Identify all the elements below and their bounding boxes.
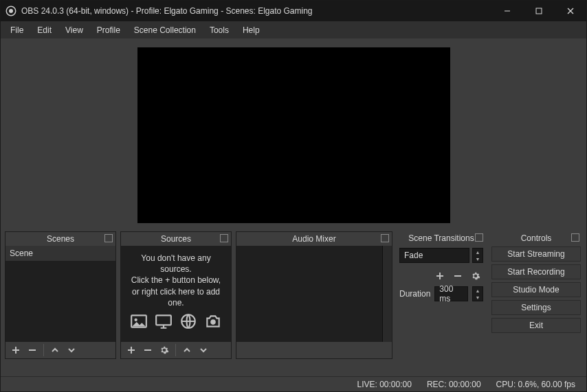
chevron-down-icon: ▼ — [473, 255, 483, 262]
popout-icon[interactable] — [381, 234, 389, 242]
maximize-button[interactable] — [523, 1, 555, 21]
sources-toolbar — [121, 342, 231, 358]
popout-icon[interactable] — [104, 234, 113, 242]
add-transition-button[interactable] — [432, 268, 447, 284]
duration-stepper[interactable]: ▲▼ — [472, 286, 483, 301]
menubar: File Edit View Profile Scene Collection … — [1, 21, 586, 38]
scenes-list[interactable]: Scene — [5, 246, 115, 342]
menu-edit[interactable]: Edit — [30, 23, 58, 38]
close-button[interactable] — [555, 1, 586, 21]
duration-input[interactable]: 300 ms — [434, 286, 468, 301]
camera-icon — [203, 312, 223, 333]
settings-button[interactable]: Settings — [491, 300, 581, 315]
panel-audio-mixer: Audio Mixer — [236, 231, 392, 359]
panel-transitions: Scene Transitions Fade ▲▼ Duration 300 m… — [397, 231, 486, 359]
sources-hint-icons — [126, 312, 225, 333]
transition-select-row: Fade ▲▼ — [397, 245, 486, 266]
add-source-button[interactable] — [124, 343, 139, 358]
status-cpu: CPU: 0.6%, 60.00 fps — [496, 380, 575, 389]
controls-column: Start Streaming Start Recording Studio M… — [490, 245, 582, 334]
panel-transitions-title: Scene Transitions — [408, 233, 474, 243]
chevron-up-icon: ▲ — [473, 287, 483, 294]
mixer-body[interactable] — [236, 246, 392, 342]
transition-select-stepper[interactable]: ▲▼ — [472, 248, 483, 263]
start-streaming-button[interactable]: Start Streaming — [491, 246, 581, 262]
scenes-toolbar — [5, 342, 115, 358]
menu-profile[interactable]: Profile — [90, 23, 127, 38]
move-source-down-button[interactable] — [196, 343, 211, 358]
move-scene-down-button[interactable] — [64, 343, 79, 358]
svg-point-7 — [135, 319, 137, 321]
start-recording-button[interactable]: Start Recording — [491, 264, 581, 279]
menu-scene-collection[interactable]: Scene Collection — [127, 23, 203, 38]
transition-buttons — [397, 266, 486, 286]
transition-properties-button[interactable] — [468, 268, 483, 284]
sources-empty-hint: You don't have any sources. Click the + … — [121, 246, 231, 333]
menu-view[interactable]: View — [58, 23, 90, 38]
popout-icon[interactable] — [571, 233, 579, 242]
transition-selected-value: Fade — [404, 251, 423, 260]
duration-value: 300 ms — [439, 284, 463, 303]
svg-point-10 — [210, 319, 216, 325]
minimize-button[interactable] — [491, 1, 523, 21]
popout-icon[interactable] — [220, 234, 228, 242]
panels-row: Scenes Scene Sources You don't have any … — [1, 227, 586, 359]
svg-rect-3 — [536, 8, 542, 14]
sources-empty-l2: Click the + button below, — [126, 275, 225, 286]
popout-icon[interactable] — [475, 233, 483, 242]
transition-select[interactable]: Fade — [399, 248, 469, 263]
remove-source-button[interactable] — [140, 343, 155, 358]
panel-scenes-header[interactable]: Scenes — [5, 232, 115, 246]
preview-area — [1, 38, 586, 227]
globe-icon — [179, 312, 198, 333]
menu-tools[interactable]: Tools — [203, 23, 236, 38]
chevron-up-icon: ▲ — [473, 249, 483, 255]
remove-transition-button[interactable] — [450, 268, 465, 284]
panel-sources-header[interactable]: Sources — [121, 232, 231, 246]
menu-file[interactable]: File — [3, 23, 30, 38]
app-icon — [5, 5, 17, 17]
panel-transitions-header[interactable]: Scene Transitions — [397, 231, 486, 245]
svg-point-1 — [9, 9, 13, 13]
panel-controls-header[interactable]: Controls — [490, 231, 582, 245]
display-icon — [154, 312, 173, 333]
panel-scenes: Scenes Scene — [5, 231, 116, 359]
duration-label: Duration — [399, 289, 430, 299]
menu-help[interactable]: Help — [236, 23, 267, 38]
spacer — [1, 359, 586, 376]
panel-mixer-header[interactable]: Audio Mixer — [236, 232, 392, 246]
status-rec: REC: 00:00:00 — [427, 380, 481, 389]
panel-sources-title: Sources — [161, 234, 191, 244]
sources-empty-l3: or right click here to add one. — [126, 286, 225, 308]
panel-controls-title: Controls — [521, 233, 552, 243]
chevron-down-icon: ▼ — [473, 294, 483, 301]
preview-canvas[interactable] — [137, 47, 450, 223]
panel-controls: Controls Start Streaming Start Recording… — [490, 231, 582, 359]
window-title: OBS 24.0.3 (64-bit, windows) - Profile: … — [21, 6, 491, 16]
move-source-up-button[interactable] — [179, 343, 195, 358]
studio-mode-button[interactable]: Studio Mode — [491, 282, 581, 297]
move-scene-up-button[interactable] — [47, 343, 63, 358]
mixer-scrollbar[interactable] — [382, 246, 392, 342]
mixer-toolbar — [236, 342, 392, 358]
svg-rect-8 — [156, 315, 171, 325]
exit-button[interactable]: Exit — [491, 318, 581, 333]
add-scene-button[interactable] — [8, 343, 23, 358]
transition-duration-row: Duration 300 ms ▲▼ — [397, 286, 486, 304]
sources-empty-l1: You don't have any sources. — [126, 253, 225, 275]
titlebar: OBS 24.0.3 (64-bit, windows) - Profile: … — [1, 1, 586, 21]
mixer-empty — [236, 246, 382, 342]
status-live: LIVE: 00:00:00 — [357, 380, 411, 389]
image-icon — [129, 312, 148, 333]
scene-item[interactable]: Scene — [5, 246, 115, 261]
source-properties-button[interactable] — [157, 343, 172, 358]
panel-sources: Sources You don't have any sources. Clic… — [120, 231, 232, 359]
statusbar: LIVE: 00:00:00 REC: 00:00:00 CPU: 0.6%, … — [1, 376, 586, 391]
sources-list[interactable]: You don't have any sources. Click the + … — [121, 246, 231, 342]
divider — [175, 344, 176, 356]
panel-scenes-title: Scenes — [47, 234, 74, 244]
divider — [43, 344, 44, 356]
panel-mixer-title: Audio Mixer — [292, 234, 335, 244]
remove-scene-button[interactable] — [25, 343, 40, 358]
